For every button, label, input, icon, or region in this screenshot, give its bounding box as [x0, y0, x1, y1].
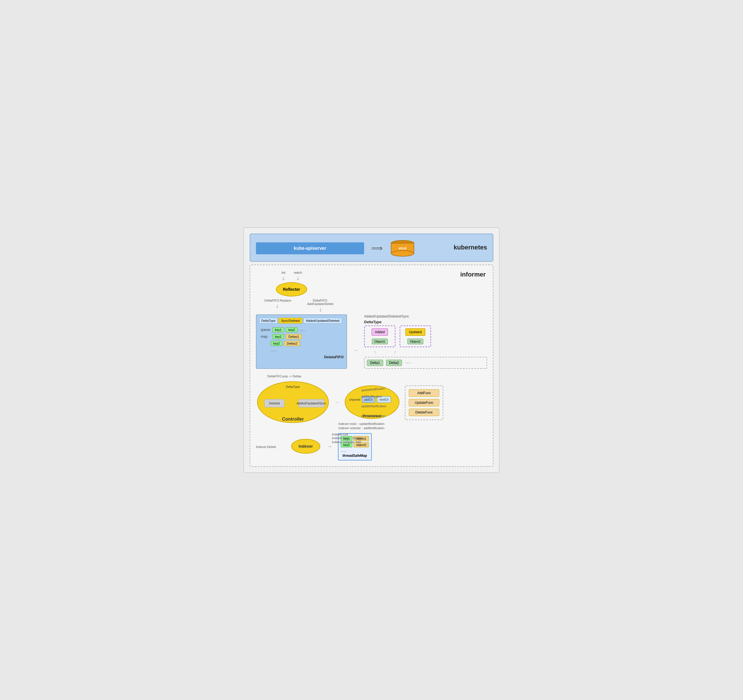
update-func: UpdateFunc	[409, 399, 439, 406]
indexer-notification-text: Indexer exist：updaetNotification Indexer…	[339, 422, 487, 430]
controller-svg: Controller DeltaType Deleted Added/Updat…	[256, 379, 330, 425]
deltatype-diagram: Added/Updated/Deleted/Sync DeltaType Add…	[364, 314, 487, 369]
list-arrow: list ↓	[281, 271, 285, 282]
dt-updated-box: Updated Object1	[400, 326, 431, 347]
svg-text:Controller: Controller	[282, 417, 304, 421]
delta-fifo-box: DeltaType Sync/Deleted Added/Updated/Del…	[256, 314, 347, 369]
kube-apiserver-box: kube-apiserver	[256, 242, 364, 254]
add-func: AddFunc	[409, 389, 439, 397]
informer-section: informer list ↓ watch ↓ Reflecter DeltaF…	[250, 265, 493, 467]
reflector-ellipse: Reflecter	[276, 282, 307, 297]
dt-label: DeltaType	[259, 318, 278, 323]
svg-text:etcd: etcd	[399, 246, 407, 250]
svg-text:Added/Updated/Sync: Added/Updated/Sync	[297, 402, 326, 405]
indexer-get-labels: Indexer.Get Indexer exist：Update Indexer…	[332, 433, 363, 444]
etcd-cylinder: etcd	[390, 240, 415, 257]
dt-added: Added/Updated/Deleted	[303, 318, 342, 323]
svg-text:Indexer: Indexer	[299, 444, 313, 449]
indexer-ellipse: Indexer	[290, 438, 321, 456]
deltafifo-pop-label: DeltaFIFO.pop -> Deltas	[267, 374, 487, 378]
kubernetes-section: kube-apiserver ⟹ etcd kubernetes	[250, 234, 493, 262]
watch-arrow: watch ↓	[294, 271, 302, 282]
delta-fifo-title: DelataFIFO	[259, 355, 343, 359]
api-to-etcd-arrow: ⟹	[371, 243, 383, 253]
dt-sync: Sync/Deleted	[279, 318, 302, 323]
informer-label: informer	[460, 271, 485, 278]
svg-text:channel: channel	[349, 398, 360, 401]
kubernetes-label: kubernetes	[454, 244, 487, 251]
svg-text:DeltaType: DeltaType	[286, 385, 300, 389]
svg-text:Deleted: Deleted	[269, 402, 280, 405]
delete-func: DeleteFunc	[409, 409, 439, 416]
dt-added-box: Added Object1	[364, 326, 395, 347]
indexer-delete-label: Indexer.Delete	[256, 445, 284, 449]
svg-point-2	[391, 251, 414, 256]
main-container: kube-apiserver ⟹ etcd kubernetes informe…	[243, 227, 500, 473]
handlers-box: AddFunc UpdateFunc DeleteFunc	[405, 385, 443, 420]
delta-boxes-row: Delta1 Delta2 ......	[364, 357, 487, 369]
